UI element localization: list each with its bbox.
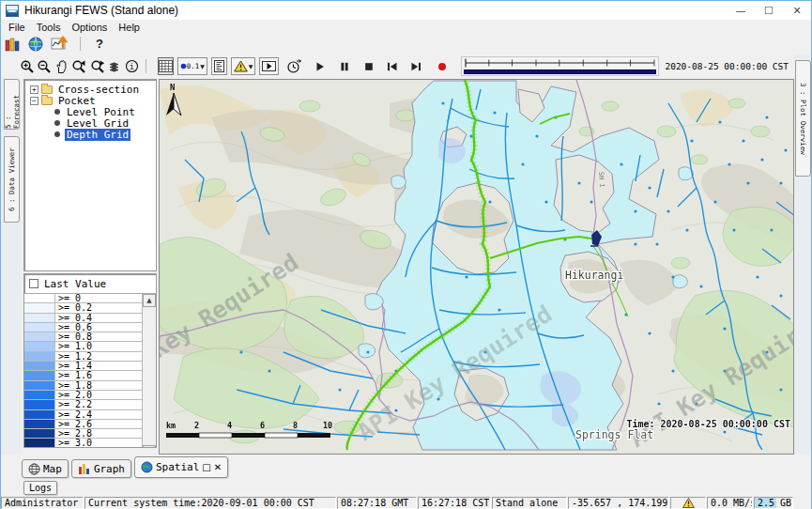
bullet-icon [54, 131, 60, 137]
expand-icon[interactable]: + [30, 85, 38, 94]
thresholds-dropdown[interactable]: ▼ [231, 57, 256, 75]
app-window: Hikurangi FEWS (Stand alone) — ☐ ✕ File … [0, 0, 812, 509]
locality-label: Springs Flat [575, 428, 653, 441]
logs-button[interactable]: Logs [23, 481, 57, 495]
info-button[interactable]: i [125, 57, 140, 75]
scroll-up-icon[interactable]: ▲ [143, 294, 156, 307]
tree-item-level-grid[interactable]: Level Grid [53, 117, 154, 129]
tree-item-level-point[interactable]: Level Point [53, 106, 154, 117]
spatial-close-icon[interactable]: ✕ [214, 462, 222, 472]
logs-row: Logs [1, 479, 811, 496]
menu-help[interactable]: Help [113, 22, 146, 33]
zoom-in-button[interactable] [20, 57, 35, 75]
svg-text:i: i [130, 62, 134, 71]
map-canvas: SH 1 API Key Required API Key Required A… [160, 80, 794, 451]
grid-toggle-button[interactable] [158, 57, 174, 75]
svg-text:N: N [170, 83, 175, 92]
bullet-icon [54, 109, 60, 115]
tree-item-depth-grid[interactable]: Depth Grid [53, 129, 154, 140]
menu-bar: File Tools Options Help [1, 20, 811, 34]
stop-button[interactable] [361, 57, 376, 75]
folder-icon [41, 97, 53, 105]
time-slider[interactable] [461, 56, 659, 76]
close-button[interactable]: ✕ [783, 1, 811, 20]
status-coordinates: -35.657 , 174.199 [568, 497, 669, 509]
spatial-restore-icon[interactable]: □ [202, 462, 210, 472]
toolbar-separator [80, 37, 81, 51]
title-bar: Hikurangi FEWS (Stand alone) — ☐ ✕ [1, 1, 811, 20]
svg-text:6: 6 [260, 421, 265, 430]
tree-item-pocket[interactable]: − Pocket [30, 95, 154, 106]
explorer-icon[interactable] [5, 37, 21, 52]
app-logo-icon [6, 5, 19, 17]
svg-text:4: 4 [227, 421, 232, 430]
zoom-next-button[interactable] [89, 57, 106, 75]
tab-map[interactable]: Map [22, 459, 69, 478]
menu-tools[interactable]: Tools [31, 22, 67, 33]
zoom-previous-button[interactable] [70, 57, 87, 75]
class-breaks-dropdown[interactable]: 0.1▼ [177, 57, 207, 75]
globe-wire-icon [28, 463, 40, 475]
right-tab-strip: 3 : Plot Overview [794, 54, 811, 451]
svg-text:10: 10 [323, 421, 332, 430]
animation-button[interactable] [259, 57, 279, 75]
status-user: Administrator [1, 497, 84, 509]
layers-button[interactable] [108, 57, 123, 75]
time-slider-progress [464, 69, 656, 74]
collapse-icon[interactable]: − [30, 97, 38, 105]
first-frame-button[interactable] [385, 57, 400, 75]
record-button[interactable] [435, 57, 450, 75]
left-panel: + Cross-section − Pocket Level Point Lev… [22, 79, 159, 455]
current-datetime-label: 2020-08-25 00:00:00 CST [665, 61, 789, 71]
main-area: 5 : Forecast 6 : Data Viewer + Cross-sec… [1, 79, 811, 455]
last-value-label: Last Value [44, 278, 106, 290]
pan-button[interactable] [54, 57, 69, 75]
map-viewport[interactable]: SH 1 API Key Required API Key Required A… [159, 79, 794, 455]
svg-text:km: km [166, 421, 176, 430]
help-button[interactable]: ? [92, 37, 107, 51]
bottom-tab-row: Map Graph Spatial □ ✕ [1, 455, 811, 479]
main-toolbar: ? [1, 34, 811, 54]
folder-icon [41, 85, 53, 94]
legend-toggle-button[interactable] [211, 57, 227, 75]
toolbar-separator [146, 59, 146, 73]
status-local-time: 16:27:18 CST [418, 497, 491, 509]
bullet-icon [54, 120, 60, 126]
window-title: Hikurangi FEWS (Stand alone) [24, 4, 178, 17]
tab-data-viewer[interactable]: 6 : Data Viewer [4, 136, 20, 223]
left-tab-strip: 5 : Forecast 6 : Data Viewer [1, 79, 22, 455]
tab-spatial[interactable]: Spatial □ ✕ [134, 456, 228, 478]
status-mode: Stand alone [492, 497, 567, 509]
layer-tree: + Cross-section − Pocket Level Point Lev… [23, 79, 157, 271]
menu-file[interactable]: File [3, 22, 31, 33]
town-label: Hikurangi [565, 269, 623, 282]
legend-scrollbar[interactable]: ▲ ▼ [142, 294, 156, 448]
tab-forecast[interactable]: 5 : Forecast [4, 79, 20, 130]
tab-graph[interactable]: Graph [71, 459, 131, 478]
warning-icon [682, 498, 695, 508]
svg-text:2: 2 [194, 421, 199, 430]
scroll-down-icon[interactable]: ▼ [143, 445, 156, 448]
status-download-rate: 0.0 MB/s [707, 497, 753, 509]
status-system-time: Current system time:2020-09-01 00:00 CST [84, 497, 336, 509]
svg-text:8: 8 [293, 421, 298, 430]
minimize-button[interactable]: — [727, 1, 755, 20]
maximize-button[interactable]: ☐ [755, 1, 783, 20]
legend-table: >= 0 >= 0.2 >= 0.4 >= 0.6 >= 0.8 >= 1.0 … [24, 293, 156, 448]
map-display-icon[interactable] [28, 37, 43, 52]
timestep-button[interactable] [286, 57, 302, 75]
status-warning[interactable] [670, 497, 706, 509]
spatial-display-icon[interactable] [51, 36, 69, 52]
tab-plot-overview[interactable]: 3 : Plot Overview [795, 60, 811, 177]
zoom-out-button[interactable] [37, 57, 52, 75]
status-gmt-time: 08:27:18 GMT [337, 497, 417, 509]
pause-button[interactable] [337, 57, 352, 75]
last-frame-button[interactable] [408, 57, 423, 75]
play-button[interactable] [313, 57, 328, 75]
legend-panel: Last Value >= 0 >= 0.2 >= 0.4 >= 0.6 >= … [23, 273, 157, 448]
menu-options[interactable]: Options [66, 22, 113, 33]
tree-item-cross-section[interactable]: + Cross-section [30, 84, 154, 95]
map-time-label: Time: 2020-08-25 00:00:00 CST [626, 419, 790, 429]
last-value-checkbox[interactable] [29, 279, 38, 288]
status-bar: Administrator Current system time:2020-0… [1, 496, 811, 509]
